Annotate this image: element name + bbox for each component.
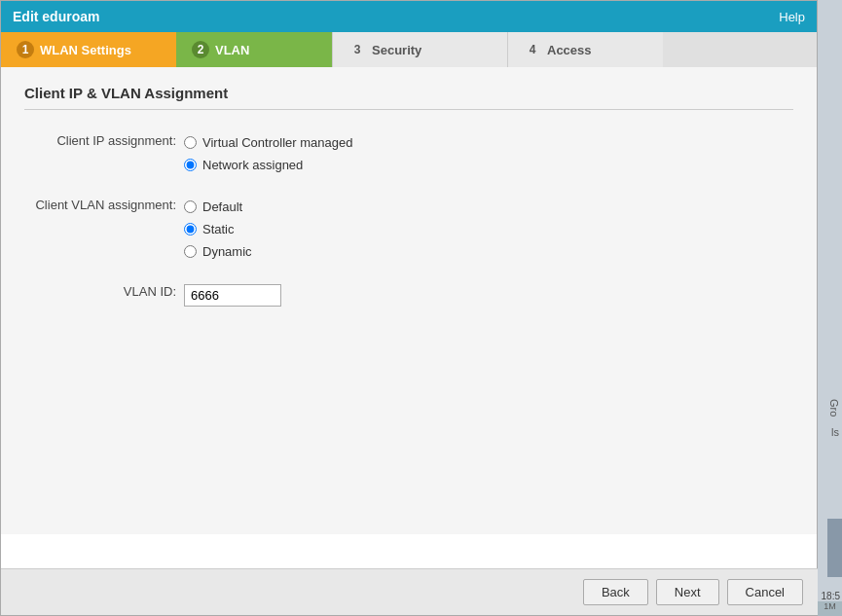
right-panel: Gro ls 18:5 1M — [818, 0, 842, 616]
vlan-id-row: VLAN ID: — [24, 278, 793, 312]
radio-virtual-controller[interactable] — [184, 136, 197, 149]
radio-row-vc: Virtual Controller managed — [184, 133, 789, 152]
radio-row-na: Network assigned — [184, 156, 789, 174]
bottom-status: 1M — [818, 601, 842, 616]
dialog-content: Client IP & VLAN Assignment Client IP as… — [1, 67, 817, 534]
client-ip-radio-group: Virtual Controller managed Network assig… — [184, 133, 789, 174]
tab-wlan-settings[interactable]: 1 WLAN Settings — [1, 32, 176, 67]
tab-vlan-label: VLAN — [215, 43, 249, 57]
radio-row-dynamic: Dynamic — [184, 242, 789, 261]
tab-security[interactable]: 3 Security — [332, 32, 507, 67]
tab-access-label: Access — [547, 43, 592, 57]
tab-wlan-label: WLAN Settings — [40, 43, 131, 57]
client-ip-row: Client IP assignment: Virtual Controller… — [24, 127, 793, 180]
client-vlan-radio-group: Default Static Dynamic — [184, 198, 789, 261]
status-time: 18:5 — [822, 591, 840, 601]
tab-security-number: 3 — [348, 41, 366, 58]
scrollbar-thumb[interactable] — [827, 519, 842, 577]
radio-row-static: Static — [184, 220, 789, 238]
client-vlan-label: Client VLAN assignment: — [24, 192, 180, 267]
client-vlan-options: Default Static Dynamic — [180, 192, 793, 267]
radio-vc-label[interactable]: Virtual Controller managed — [202, 135, 352, 150]
tab-wlan-number: 1 — [17, 41, 34, 58]
radio-default-label[interactable]: Default — [202, 199, 242, 214]
tab-security-label: Security — [372, 43, 421, 57]
dialog-window: Edit eduroam Help 1 WLAN Settings 2 VLAN… — [0, 0, 818, 616]
radio-static-label[interactable]: Static — [202, 222, 235, 236]
vlan-id-input-cell — [180, 278, 793, 312]
radio-dynamic-label[interactable]: Dynamic — [202, 244, 252, 259]
help-link[interactable]: Help — [779, 10, 805, 24]
right-panel-label2: ls — [831, 426, 839, 438]
spacer-row — [24, 180, 793, 192]
vlan-id-label: VLAN ID: — [24, 278, 180, 312]
next-button[interactable]: Next — [656, 579, 719, 605]
tab-vlan[interactable]: 2 VLAN — [176, 32, 332, 67]
client-ip-options: Virtual Controller managed Network assig… — [180, 127, 793, 180]
dialog-title: Edit eduroam — [13, 9, 99, 24]
back-button[interactable]: Back — [583, 579, 648, 605]
radio-static[interactable] — [184, 223, 197, 236]
radio-dynamic[interactable] — [184, 245, 197, 258]
spacer-row-2 — [24, 267, 793, 278]
right-panel-label1: Gro — [828, 399, 840, 417]
client-vlan-row: Client VLAN assignment: Default Static — [24, 192, 793, 267]
dialog-titlebar: Edit eduroam Help — [1, 1, 817, 32]
tab-access[interactable]: 4 Access — [507, 32, 663, 67]
tab-access-number: 4 — [524, 41, 541, 58]
cancel-button[interactable]: Cancel — [727, 579, 803, 605]
form-table: Client IP assignment: Virtual Controller… — [24, 127, 793, 312]
section-title: Client IP & VLAN Assignment — [24, 85, 793, 110]
radio-na-label[interactable]: Network assigned — [202, 158, 303, 172]
radio-network-assigned[interactable] — [184, 159, 197, 171]
client-ip-label: Client IP assignment: — [24, 127, 180, 180]
vlan-id-input[interactable] — [184, 284, 281, 307]
radio-row-default: Default — [184, 198, 789, 216]
tabs-bar: 1 WLAN Settings 2 VLAN 3 Security 4 Acce… — [1, 32, 817, 67]
dialog-footer: Back Next Cancel — [1, 568, 819, 615]
radio-default[interactable] — [184, 200, 197, 213]
tab-vlan-number: 2 — [192, 41, 209, 58]
